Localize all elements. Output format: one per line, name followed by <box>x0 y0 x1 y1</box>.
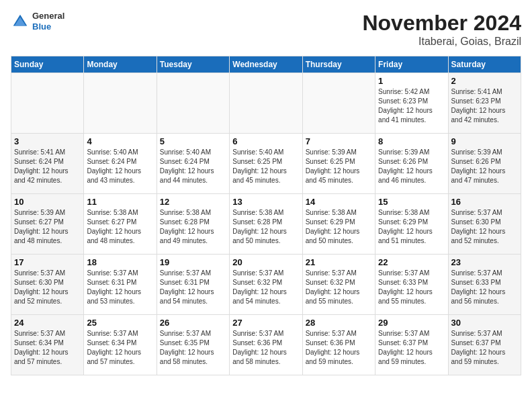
calendar-day: 17Sunrise: 5:37 AMSunset: 6:30 PMDayligh… <box>11 255 84 315</box>
title-block: November 2024 Itaberai, Goias, Brazil <box>362 11 521 48</box>
day-info: Sunrise: 5:38 AMSunset: 6:29 PMDaylight:… <box>378 208 445 246</box>
calendar-day: 26Sunrise: 5:37 AMSunset: 6:35 PMDayligh… <box>157 315 229 375</box>
calendar-day: 20Sunrise: 5:37 AMSunset: 6:32 PMDayligh… <box>230 255 302 315</box>
day-number: 16 <box>451 197 518 207</box>
day-info: Sunrise: 5:37 AMSunset: 6:36 PMDaylight:… <box>306 329 372 367</box>
calendar-day: 30Sunrise: 5:37 AMSunset: 6:37 PMDayligh… <box>448 315 521 375</box>
day-info: Sunrise: 5:37 AMSunset: 6:31 PMDaylight:… <box>87 269 153 306</box>
day-info: Sunrise: 5:37 AMSunset: 6:36 PMDaylight:… <box>232 329 299 367</box>
day-number: 21 <box>306 257 372 267</box>
day-number: 18 <box>87 257 153 267</box>
calendar-day: 10Sunrise: 5:39 AMSunset: 6:27 PMDayligh… <box>11 194 84 255</box>
day-info: Sunrise: 5:42 AMSunset: 6:23 PMDaylight:… <box>378 87 445 125</box>
day-number: 7 <box>306 136 372 146</box>
day-number: 1 <box>378 76 445 86</box>
day-number: 12 <box>160 197 226 207</box>
calendar-day <box>84 73 157 134</box>
calendar-day: 6Sunrise: 5:40 AMSunset: 6:25 PMDaylight… <box>230 134 302 194</box>
weekday-header-saturday: Saturday <box>448 56 521 73</box>
day-info: Sunrise: 5:39 AMSunset: 6:26 PMDaylight:… <box>451 148 518 185</box>
calendar-day: 8Sunrise: 5:39 AMSunset: 6:26 PMDaylight… <box>375 134 448 194</box>
day-number: 14 <box>306 197 372 207</box>
calendar-day: 5Sunrise: 5:40 AMSunset: 6:24 PMDaylight… <box>157 134 229 194</box>
day-info: Sunrise: 5:37 AMSunset: 6:37 PMDaylight:… <box>451 329 518 367</box>
logo: General Blue <box>11 11 64 32</box>
day-info: Sunrise: 5:38 AMSunset: 6:28 PMDaylight:… <box>232 208 299 246</box>
day-info: Sunrise: 5:38 AMSunset: 6:28 PMDaylight:… <box>160 208 226 246</box>
day-info: Sunrise: 5:37 AMSunset: 6:35 PMDaylight:… <box>160 329 226 367</box>
weekday-header-wednesday: Wednesday <box>230 56 302 73</box>
day-info: Sunrise: 5:39 AMSunset: 6:26 PMDaylight:… <box>378 148 445 185</box>
day-info: Sunrise: 5:40 AMSunset: 6:24 PMDaylight:… <box>160 148 226 185</box>
day-info: Sunrise: 5:37 AMSunset: 6:32 PMDaylight:… <box>232 269 299 306</box>
day-number: 3 <box>14 136 81 146</box>
day-number: 24 <box>14 318 81 328</box>
day-info: Sunrise: 5:41 AMSunset: 6:23 PMDaylight:… <box>451 87 518 125</box>
calendar-day: 4Sunrise: 5:40 AMSunset: 6:24 PMDaylight… <box>84 134 157 194</box>
day-info: Sunrise: 5:39 AMSunset: 6:27 PMDaylight:… <box>14 208 81 246</box>
calendar-day: 15Sunrise: 5:38 AMSunset: 6:29 PMDayligh… <box>375 194 448 255</box>
calendar-day: 14Sunrise: 5:38 AMSunset: 6:29 PMDayligh… <box>302 194 375 255</box>
calendar-week-1: 1Sunrise: 5:42 AMSunset: 6:23 PMDaylight… <box>11 73 521 134</box>
day-number: 5 <box>160 136 226 146</box>
day-info: Sunrise: 5:38 AMSunset: 6:29 PMDaylight:… <box>306 208 372 246</box>
weekday-header-friday: Friday <box>375 56 448 73</box>
day-info: Sunrise: 5:40 AMSunset: 6:25 PMDaylight:… <box>232 148 299 185</box>
calendar-day: 7Sunrise: 5:39 AMSunset: 6:25 PMDaylight… <box>302 134 375 194</box>
calendar-week-2: 3Sunrise: 5:41 AMSunset: 6:24 PMDaylight… <box>11 134 521 194</box>
calendar-day: 25Sunrise: 5:37 AMSunset: 6:34 PMDayligh… <box>84 315 157 375</box>
calendar-day <box>302 73 375 134</box>
day-number: 27 <box>232 318 299 328</box>
weekday-header-tuesday: Tuesday <box>157 56 229 73</box>
calendar-day: 9Sunrise: 5:39 AMSunset: 6:26 PMDaylight… <box>448 134 521 194</box>
calendar-day: 11Sunrise: 5:38 AMSunset: 6:27 PMDayligh… <box>84 194 157 255</box>
day-number: 8 <box>378 136 445 146</box>
calendar-day: 19Sunrise: 5:37 AMSunset: 6:31 PMDayligh… <box>157 255 229 315</box>
calendar-day: 24Sunrise: 5:37 AMSunset: 6:34 PMDayligh… <box>11 315 84 375</box>
day-number: 6 <box>232 136 299 146</box>
calendar-day: 23Sunrise: 5:37 AMSunset: 6:33 PMDayligh… <box>448 255 521 315</box>
calendar-table: SundayMondayTuesdayWednesdayThursdayFrid… <box>11 56 521 375</box>
calendar-day: 16Sunrise: 5:37 AMSunset: 6:30 PMDayligh… <box>448 194 521 255</box>
weekday-header-sunday: Sunday <box>11 56 84 73</box>
calendar-week-4: 17Sunrise: 5:37 AMSunset: 6:30 PMDayligh… <box>11 255 521 315</box>
calendar-day: 2Sunrise: 5:41 AMSunset: 6:23 PMDaylight… <box>448 73 521 134</box>
day-number: 17 <box>14 257 81 267</box>
calendar-day: 27Sunrise: 5:37 AMSunset: 6:36 PMDayligh… <box>230 315 302 375</box>
location: Itaberai, Goias, Brazil <box>362 36 521 48</box>
day-number: 11 <box>87 197 153 207</box>
calendar-day <box>230 73 302 134</box>
day-number: 29 <box>378 318 445 328</box>
day-info: Sunrise: 5:37 AMSunset: 6:33 PMDaylight:… <box>451 269 518 306</box>
day-info: Sunrise: 5:37 AMSunset: 6:31 PMDaylight:… <box>160 269 226 306</box>
day-info: Sunrise: 5:40 AMSunset: 6:24 PMDaylight:… <box>87 148 153 185</box>
day-number: 15 <box>378 197 445 207</box>
calendar-day: 21Sunrise: 5:37 AMSunset: 6:32 PMDayligh… <box>302 255 375 315</box>
calendar-day: 12Sunrise: 5:38 AMSunset: 6:28 PMDayligh… <box>157 194 229 255</box>
day-number: 20 <box>232 257 299 267</box>
weekday-header-monday: Monday <box>84 56 157 73</box>
calendar-day <box>157 73 229 134</box>
day-info: Sunrise: 5:37 AMSunset: 6:30 PMDaylight:… <box>14 269 81 306</box>
logo-text: General Blue <box>32 11 64 32</box>
calendar-day: 18Sunrise: 5:37 AMSunset: 6:31 PMDayligh… <box>84 255 157 315</box>
calendar-day: 29Sunrise: 5:37 AMSunset: 6:37 PMDayligh… <box>375 315 448 375</box>
day-info: Sunrise: 5:37 AMSunset: 6:34 PMDaylight:… <box>14 329 81 367</box>
calendar-day: 22Sunrise: 5:37 AMSunset: 6:33 PMDayligh… <box>375 255 448 315</box>
calendar-day: 1Sunrise: 5:42 AMSunset: 6:23 PMDaylight… <box>375 73 448 134</box>
calendar-week-3: 10Sunrise: 5:39 AMSunset: 6:27 PMDayligh… <box>11 194 521 255</box>
day-info: Sunrise: 5:41 AMSunset: 6:24 PMDaylight:… <box>14 148 81 185</box>
day-number: 26 <box>160 318 226 328</box>
day-info: Sunrise: 5:37 AMSunset: 6:30 PMDaylight:… <box>451 208 518 246</box>
day-number: 28 <box>306 318 372 328</box>
weekday-header-thursday: Thursday <box>302 56 375 73</box>
day-number: 30 <box>451 318 518 328</box>
page-header: General Blue November 2024 Itaberai, Goi… <box>11 11 521 48</box>
logo-general: General <box>32 11 64 21</box>
day-info: Sunrise: 5:38 AMSunset: 6:27 PMDaylight:… <box>87 208 153 246</box>
calendar-day: 28Sunrise: 5:37 AMSunset: 6:36 PMDayligh… <box>302 315 375 375</box>
calendar-week-5: 24Sunrise: 5:37 AMSunset: 6:34 PMDayligh… <box>11 315 521 375</box>
calendar-day: 3Sunrise: 5:41 AMSunset: 6:24 PMDaylight… <box>11 134 84 194</box>
day-info: Sunrise: 5:39 AMSunset: 6:25 PMDaylight:… <box>306 148 372 185</box>
day-info: Sunrise: 5:37 AMSunset: 6:32 PMDaylight:… <box>306 269 372 306</box>
